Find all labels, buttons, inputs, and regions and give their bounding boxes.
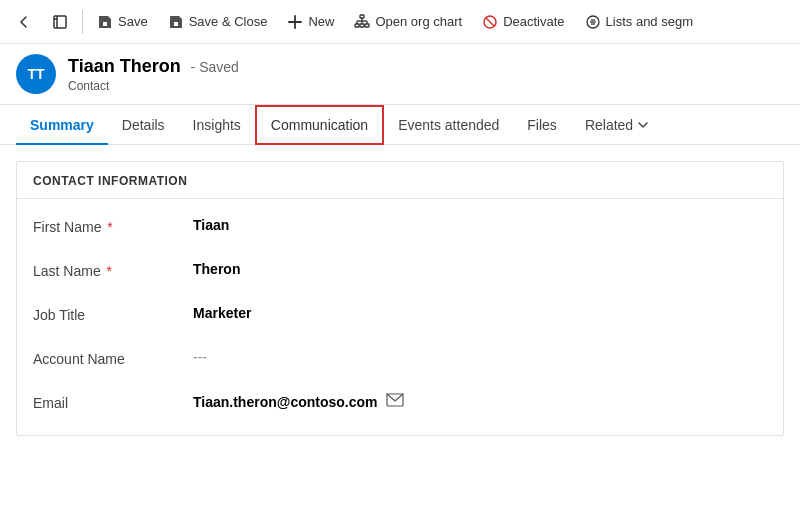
tab-insights[interactable]: Insights [179, 107, 255, 145]
record-name: Tiaan Theron [68, 56, 181, 76]
email-row: Tiaan.theron@contoso.com [193, 393, 767, 410]
back-icon [16, 14, 32, 30]
tab-communication[interactable]: Communication [255, 105, 384, 145]
open-org-button[interactable]: Open org chart [346, 10, 470, 34]
tab-bar: Summary Details Insights Communication E… [0, 105, 800, 145]
required-indicator-first-name: * [107, 219, 112, 235]
back-button[interactable] [8, 10, 40, 34]
label-job-title: Job Title [33, 305, 193, 323]
svg-line-11 [486, 18, 494, 26]
section-title: CONTACT INFORMATION [17, 162, 783, 199]
value-first-name: Tiaan [193, 217, 767, 233]
expand-icon [52, 14, 68, 30]
field-email: Email Tiaan.theron@contoso.com [17, 383, 783, 427]
deactivate-button[interactable]: Deactivate [474, 10, 572, 34]
record-info: Tiaan Theron - Saved Contact [68, 56, 239, 93]
label-last-name: Last Name * [33, 261, 193, 279]
field-account-name: Account Name --- [17, 339, 783, 383]
toolbar: Save Save & Close New Open org chart [0, 0, 800, 44]
required-indicator-last-name: * [107, 263, 112, 279]
content-area: CONTACT INFORMATION First Name * Tiaan L… [0, 145, 800, 513]
toolbar-divider-1 [82, 10, 83, 34]
lists-button[interactable]: Lists and segm [577, 10, 701, 34]
chevron-down-icon [637, 119, 649, 131]
tab-details[interactable]: Details [108, 107, 179, 145]
lists-icon [585, 14, 601, 30]
field-last-name: Last Name * Theron [17, 251, 783, 295]
svg-rect-2 [355, 24, 359, 27]
tab-summary[interactable]: Summary [16, 107, 108, 145]
value-last-name: Theron [193, 261, 767, 277]
value-account-name: --- [193, 349, 767, 365]
save-close-icon [168, 14, 184, 30]
org-chart-icon [354, 14, 370, 30]
record-title-row: Tiaan Theron - Saved [68, 56, 239, 77]
svg-rect-1 [360, 15, 364, 18]
contact-information-section: CONTACT INFORMATION First Name * Tiaan L… [16, 161, 784, 436]
avatar: TT [16, 54, 56, 94]
label-first-name: First Name * [33, 217, 193, 235]
save-close-button[interactable]: Save & Close [160, 10, 276, 34]
save-button[interactable]: Save [89, 10, 156, 34]
record-subtitle: Contact [68, 79, 239, 93]
section-body: First Name * Tiaan Last Name * Theron Jo… [17, 199, 783, 435]
label-email: Email [33, 393, 193, 411]
value-job-title: Marketer [193, 305, 767, 321]
expand-button[interactable] [44, 10, 76, 34]
save-icon [97, 14, 113, 30]
field-job-title: Job Title Marketer [17, 295, 783, 339]
label-account-name: Account Name [33, 349, 193, 367]
svg-rect-3 [360, 24, 364, 27]
field-first-name: First Name * Tiaan [17, 207, 783, 251]
tab-related[interactable]: Related [571, 107, 663, 145]
new-button[interactable]: New [279, 10, 342, 34]
svg-rect-4 [365, 24, 369, 27]
tab-events-attended[interactable]: Events attended [384, 107, 513, 145]
svg-rect-0 [54, 16, 66, 28]
email-send-icon[interactable] [386, 393, 404, 410]
record-header: TT Tiaan Theron - Saved Contact [0, 44, 800, 105]
value-email: Tiaan.theron@contoso.com [193, 393, 767, 410]
plus-icon [287, 14, 303, 30]
deactivate-icon [482, 14, 498, 30]
tab-files[interactable]: Files [513, 107, 571, 145]
record-saved-status: - Saved [191, 59, 239, 75]
